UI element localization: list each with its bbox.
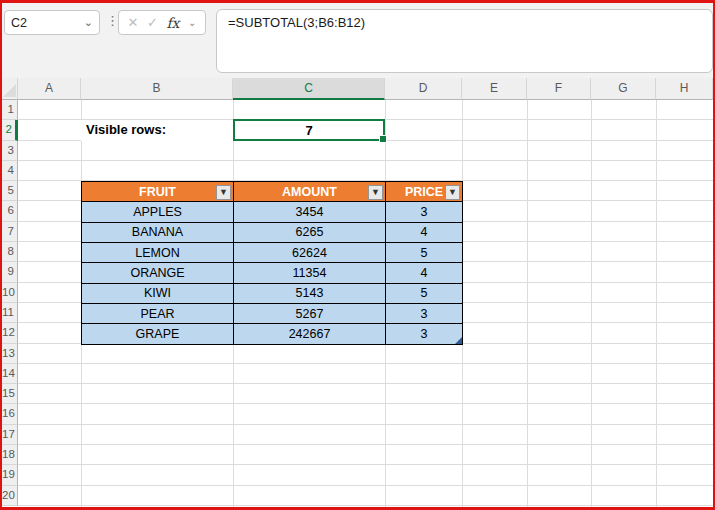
select-all-button[interactable] [2,78,18,100]
row-header-10[interactable]: 10 [2,283,18,303]
fill-handle[interactable] [379,135,387,143]
row-header-9[interactable]: 9 [2,262,18,282]
filter-button-amount[interactable]: ▼ [368,185,383,200]
table-cell[interactable]: 3 [386,304,463,324]
row-header-4[interactable]: 4 [2,161,18,181]
select-all-triangle-icon [3,84,16,97]
row-header-17[interactable]: 17 [2,425,18,445]
filter-button-price[interactable]: ▼ [445,185,460,200]
table-header-label: FRUIT [139,185,176,199]
table-cell[interactable]: 3454 [234,202,386,222]
table-cell[interactable]: 4 [386,263,463,283]
filter-dropdown-icon: ▼ [371,188,380,197]
row-header-3[interactable]: 3 [2,141,18,161]
table-header-price[interactable]: PRICE ▼ [386,182,463,202]
column-headers: A B C D E F G H [2,78,713,100]
row-header-20[interactable]: 20 [2,486,18,506]
column-header-a[interactable]: A [18,78,81,100]
gridline [656,100,657,507]
name-box[interactable]: C2 ⌄ [4,10,100,35]
excel-window: C2 ⌄ ⋮ ✕ ✓ fx ⌄ =SUBTOTAL(3;B6:B12) A B … [0,0,715,510]
table-cell[interactable]: 5267 [234,304,386,324]
cell-c2-selected[interactable]: 7 [233,119,385,141]
table-cell[interactable]: 5143 [234,284,386,304]
cell-c2-value: 7 [305,123,312,138]
row-header-16[interactable]: 16 [2,404,18,424]
column-header-g[interactable]: G [591,78,656,100]
gridline [527,100,528,507]
gridline [591,100,592,507]
filter-button-fruit[interactable]: ▼ [216,185,231,200]
table-cell[interactable]: 5 [386,284,463,304]
name-box-dropdown-icon[interactable]: ⌄ [84,17,93,28]
formula-controls: ✕ ✓ fx ⌄ [118,10,206,35]
table-header-label: AMOUNT [282,185,337,199]
table-header-fruit[interactable]: FRUIT ▼ [82,182,234,202]
table-cell[interactable]: KIWI [82,284,234,304]
table-cell[interactable]: 4 [386,223,463,243]
table-cell[interactable]: APPLES [82,202,234,222]
column-header-e[interactable]: E [462,78,527,100]
column-header-d[interactable]: D [385,78,462,100]
enter-icon[interactable]: ✓ [147,16,158,29]
column-header-c[interactable]: C [233,78,385,100]
table-header-amount[interactable]: AMOUNT ▼ [234,182,386,202]
table-cell[interactable]: 11354 [234,263,386,283]
column-header-b[interactable]: B [81,78,233,100]
table-cell[interactable]: 3 [386,324,463,344]
row-header-6[interactable]: 6 [2,201,18,221]
table-resize-handle[interactable] [455,337,462,344]
table-cell[interactable]: 242667 [234,324,386,344]
row-header-11[interactable]: 11 [2,303,18,323]
formula-bar-area: C2 ⌄ ⋮ ✕ ✓ fx ⌄ =SUBTOTAL(3;B6:B12) [2,3,713,78]
table-cell[interactable]: GRAPE [82,324,234,344]
table-cell[interactable]: 6265 [234,223,386,243]
table-cell[interactable]: 5 [386,243,463,263]
sheet-grid[interactable]: Visible rows: 7 FRUIT ▼ AMOUNT ▼ PRICE ▼… [18,100,713,507]
fruit-table: FRUIT ▼ AMOUNT ▼ PRICE ▼ APPLES 3454 3 B… [81,181,463,344]
row-header-2[interactable]: 2 [2,120,18,140]
insert-function-icon[interactable]: fx [166,15,179,31]
filter-dropdown-icon: ▼ [219,188,228,197]
table-cell[interactable]: BANANA [82,223,234,243]
row-header-7[interactable]: 7 [2,222,18,242]
row-header-8[interactable]: 8 [2,242,18,262]
table-cell[interactable]: LEMON [82,243,234,263]
row-header-13[interactable]: 13 [2,344,18,364]
table-cell[interactable]: 3 [386,202,463,222]
row-header-12[interactable]: 12 [2,323,18,343]
table-cell[interactable]: ORANGE [82,263,234,283]
column-header-f[interactable]: F [527,78,591,100]
cancel-icon[interactable]: ✕ [128,16,139,29]
row-header-14[interactable]: 14 [2,364,18,384]
table-header-label: PRICE [405,185,443,199]
row-headers: 1 2 3 4 5 6 7 8 9 10 11 12 13 14 15 16 1… [2,100,18,506]
filter-dropdown-icon: ▼ [448,188,457,197]
row-header-18[interactable]: 18 [2,445,18,465]
name-box-value: C2 [11,16,84,30]
cell-b2[interactable]: Visible rows: [81,120,233,140]
table-cell[interactable]: PEAR [82,304,234,324]
column-header-h[interactable]: H [656,78,713,100]
row-header-5[interactable]: 5 [2,181,18,201]
row-header-1[interactable]: 1 [2,100,18,120]
chevron-down-icon[interactable]: ⌄ [188,18,196,28]
row-header-19[interactable]: 19 [2,465,18,485]
row-header-15[interactable]: 15 [2,384,18,404]
formula-input[interactable]: =SUBTOTAL(3;B6:B12) [216,9,713,73]
table-cell[interactable]: 62624 [234,243,386,263]
